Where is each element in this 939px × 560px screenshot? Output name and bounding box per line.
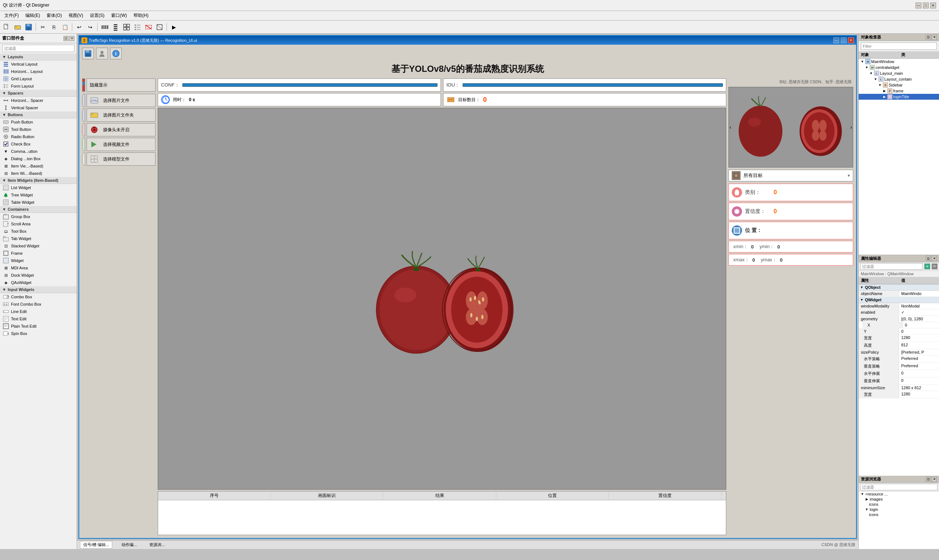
prop-x[interactable]: X 0 xyxy=(859,322,939,328)
prop-height[interactable]: 高度 812 xyxy=(859,342,939,349)
tree-mainwindow[interactable]: ▼ M MainWindow xyxy=(859,58,939,65)
widget-combo-box[interactable]: ▼ Combo Box xyxy=(0,293,77,300)
res-login[interactable]: ▼ login xyxy=(859,507,939,512)
widget-filter-input[interactable] xyxy=(2,45,74,52)
prop-enabled[interactable]: enabled ✓ xyxy=(859,309,939,316)
select-video-btn[interactable]: 选择视频文件 xyxy=(86,138,156,151)
toolbar-break-layout[interactable] xyxy=(143,22,154,32)
widget-table-widget[interactable]: Table Widget xyxy=(0,198,77,206)
widget-frame[interactable]: Frame xyxy=(0,249,77,257)
widget-stacked-widget[interactable]: ⊡ Stacked Widget xyxy=(0,242,77,249)
prop-y[interactable]: Y 0 xyxy=(859,328,939,335)
res-images-icons[interactable]: icons xyxy=(859,502,939,507)
tree-sidebar[interactable]: ▼ S Sidebar xyxy=(859,82,939,88)
widget-push-button[interactable]: Push Button xyxy=(0,118,77,126)
maximize-btn[interactable]: □ xyxy=(923,3,929,8)
toolbar-adjust-size[interactable] xyxy=(154,22,165,32)
widget-tool-box[interactable]: 🗂 Tool Box xyxy=(0,228,77,235)
toolbar-paste[interactable]: 📋 xyxy=(60,22,70,32)
category-layouts[interactable]: ▼Layouts xyxy=(0,54,77,60)
resource-browser-close[interactable]: ✕ xyxy=(932,477,937,482)
prop-minwidth[interactable]: 宽度 1280 xyxy=(859,391,939,398)
resource-filter-input[interactable] xyxy=(860,484,937,490)
obj-inspector-close[interactable]: ✕ xyxy=(932,35,937,40)
conf-slider[interactable] xyxy=(182,83,438,87)
prop-editor-float[interactable]: ◫ xyxy=(926,256,931,261)
target-selector[interactable]: 所有目标 ▾ xyxy=(728,170,853,182)
res-login-icons[interactable]: icons xyxy=(859,512,939,517)
widget-group-box[interactable]: GB Group Box xyxy=(0,213,77,220)
widget-item-view-based[interactable]: ⊞ Item Vie...-Based) xyxy=(0,162,77,170)
widget-tab-widget[interactable]: Tab Widget xyxy=(0,235,77,242)
hide-show-btn[interactable]: 隐藏显示 xyxy=(86,78,156,92)
widget-form-layout[interactable]: Form Layout xyxy=(0,83,77,90)
prop-editor-close[interactable]: ✕ xyxy=(932,256,937,261)
category-input-widgets[interactable]: ▼Input Widgets xyxy=(0,286,77,293)
widget-check-box[interactable]: Check Box xyxy=(0,140,77,148)
toolbar-open[interactable] xyxy=(12,22,23,32)
toolbar-layout-h[interactable] xyxy=(99,22,109,32)
toolbar-redo[interactable]: ↪ xyxy=(85,22,96,32)
prop-vpolicy[interactable]: 垂直策略 Preferred xyxy=(859,363,939,370)
prop-add-btn[interactable]: + xyxy=(924,263,930,269)
widget-tool-button[interactable]: Tool Button xyxy=(0,126,77,133)
tab-resources[interactable]: 资源浏... xyxy=(146,541,168,549)
tree-logintitle[interactable]: ▶ T loginTitle xyxy=(859,94,939,100)
prop-hpolicy[interactable]: 水平策略 Preferred xyxy=(859,355,939,363)
prop-windowmodality[interactable]: windowModality NonModal xyxy=(859,303,939,309)
obj-inspector-filter[interactable] xyxy=(861,43,937,50)
tab-signal-slot[interactable]: 信号/槽 编辑... xyxy=(80,541,112,549)
res-images[interactable]: ▶ images xyxy=(859,497,939,502)
widget-horizontal-spacer[interactable]: Horizont... Spacer xyxy=(0,97,77,104)
toolbar-layout-form[interactable] xyxy=(133,22,143,32)
select-image-btn[interactable]: 选择图片文件 xyxy=(86,94,156,107)
toolbar-cut[interactable]: ✂ xyxy=(38,22,48,32)
qt-win-minimize[interactable]: — xyxy=(833,37,839,43)
widget-plain-text-edit[interactable]: Plain Text Edit xyxy=(0,323,77,330)
panel-float-btn[interactable]: ◫ xyxy=(63,36,69,41)
panel-close-btn[interactable]: ✕ xyxy=(69,36,74,41)
widget-scroll-area[interactable]: Scroll Area xyxy=(0,220,77,228)
widget-horizontal-layout[interactable]: Horizont... Layout xyxy=(0,68,77,75)
toolbar-preview[interactable]: ▶ xyxy=(169,22,179,32)
widget-combo-button[interactable]: ▼ Comma...utton xyxy=(0,148,77,155)
widget-mdi-area[interactable]: ⊞ MDI Area xyxy=(0,264,77,272)
prop-sizepolicy[interactable]: sizePolicy [Preferred, P xyxy=(859,349,939,355)
toolbar-undo[interactable]: ↩ xyxy=(74,22,84,32)
select-model-btn[interactable]: 选择模型文件 xyxy=(86,152,156,166)
qt-win-close[interactable]: ✕ xyxy=(848,37,854,43)
toolbar-save[interactable] xyxy=(23,22,34,32)
prop-objectname[interactable]: objectName MainWindo xyxy=(859,291,939,297)
tab-actions[interactable]: 动作编... xyxy=(118,541,140,549)
toolbar-new[interactable] xyxy=(2,22,12,32)
tree-centralwidget[interactable]: ▼ W centralwidget xyxy=(859,65,939,70)
toolbar-layout-grid[interactable] xyxy=(122,22,132,32)
prop-width[interactable]: 宽度 1280 xyxy=(859,335,939,342)
category-buttons[interactable]: ▼Buttons xyxy=(0,111,77,118)
close-btn[interactable]: ✕ xyxy=(930,3,936,8)
widget-list-widget[interactable]: List Widget xyxy=(0,184,77,191)
resource-browser-float[interactable]: ◫ xyxy=(926,477,931,482)
qt-win-maximize[interactable]: □ xyxy=(841,37,846,43)
widget-font-combo-box[interactable]: A▼ Font Combo Box xyxy=(0,300,77,308)
app-save-btn[interactable] xyxy=(82,48,94,59)
menu-window[interactable]: 窗口(W) xyxy=(108,12,130,19)
menu-view[interactable]: 视图(V) xyxy=(66,12,86,19)
prop-filter-input[interactable] xyxy=(860,263,923,270)
camera-btn[interactable]: 摄像头未开启 xyxy=(86,123,156,136)
prop-vstretch[interactable]: 垂直伸展 0 xyxy=(859,377,939,385)
menu-file[interactable]: 文件(F) xyxy=(2,12,22,19)
category-item-widgets[interactable]: ▼Item Widgets (Item-Based) xyxy=(0,177,77,184)
prop-geometry[interactable]: geometry [(0, 0), 1280 xyxy=(859,316,939,322)
app-user-btn[interactable] xyxy=(96,48,108,59)
select-folder-btn[interactable]: 选择图片文件夹 xyxy=(86,108,156,122)
widget-widget[interactable]: Widget xyxy=(0,257,77,264)
widget-dialog-button-box[interactable]: ◈ Dialog ...ton Box xyxy=(0,155,77,162)
widget-spin-box[interactable]: ▲▼ Spin Box xyxy=(0,330,77,337)
menu-settings[interactable]: 设置(S) xyxy=(87,12,108,19)
widget-text-edit[interactable]: Text Edit xyxy=(0,315,77,323)
menu-edit[interactable]: 编辑(E) xyxy=(22,12,43,19)
tree-frame[interactable]: ▶ F frame xyxy=(859,88,939,94)
prop-hstretch[interactable]: 水平伸展 0 xyxy=(859,370,939,377)
thumb-next-btn[interactable]: › xyxy=(850,124,852,130)
